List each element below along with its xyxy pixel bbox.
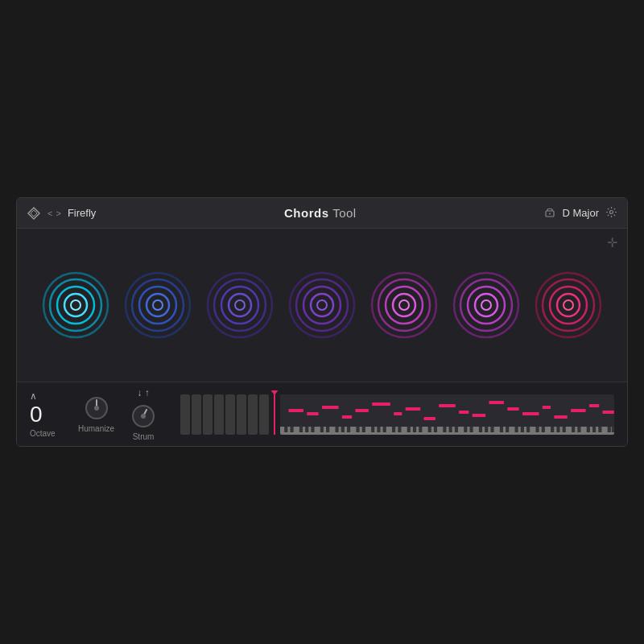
humanize-label: Humanize: [78, 424, 114, 433]
svg-point-1: [549, 213, 551, 215]
svg-point-15: [221, 287, 258, 324]
chord-5[interactable]: [369, 270, 440, 341]
svg-point-12: [153, 300, 163, 310]
svg-point-8: [126, 273, 190, 337]
svg-rect-104: [522, 412, 539, 415]
nav-arrows[interactable]: < >: [47, 208, 61, 218]
piano-roll-area[interactable]: [180, 390, 614, 439]
svg-point-31: [475, 294, 497, 316]
svg-point-30: [468, 287, 505, 324]
svg-point-33: [536, 273, 601, 337]
pr-block: [192, 394, 201, 435]
svg-point-16: [229, 294, 251, 316]
key-display: D Major: [562, 207, 599, 219]
svg-rect-107: [571, 409, 586, 412]
nav-prev[interactable]: <: [47, 208, 52, 218]
svg-point-6: [64, 294, 87, 316]
svg-point-32: [481, 300, 491, 310]
move-icon[interactable]: ✛: [607, 235, 617, 250]
nav-next[interactable]: >: [56, 208, 60, 218]
svg-point-2: [610, 210, 613, 213]
note-bars: [280, 394, 614, 435]
pr-block: [237, 394, 246, 435]
strum-section: ↓ ↑ Strum: [130, 387, 156, 441]
svg-point-36: [557, 294, 580, 316]
svg-rect-93: [342, 415, 352, 419]
settings-icon[interactable]: [605, 206, 617, 221]
header-right: D Major: [544, 206, 617, 221]
chord-4[interactable]: [287, 270, 357, 341]
svg-point-37: [564, 300, 573, 310]
svg-rect-94: [355, 409, 369, 412]
header-left: < > Firefly: [27, 206, 96, 221]
svg-point-28: [454, 273, 518, 337]
lock-icon[interactable]: [544, 206, 555, 220]
svg-rect-108: [589, 404, 599, 407]
plugin-title: Chords Tool: [284, 206, 357, 220]
pr-block: [259, 394, 269, 435]
svg-point-11: [147, 294, 169, 316]
chord-3[interactable]: [204, 270, 275, 341]
svg-point-39: [94, 406, 99, 411]
svg-point-18: [290, 273, 354, 337]
humanize-section: Humanize: [78, 395, 114, 433]
svg-rect-95: [372, 402, 390, 406]
svg-rect-91: [307, 412, 319, 415]
svg-point-10: [139, 287, 176, 324]
bottom-panel: ∧ 0 Octave Humanize ↓ ↑: [17, 382, 627, 446]
strum-arrows[interactable]: ↓ ↑: [137, 387, 149, 398]
svg-point-21: [311, 294, 333, 316]
chord-2[interactable]: [122, 270, 193, 341]
svg-rect-92: [322, 406, 339, 409]
octave-label: Octave: [30, 429, 56, 438]
octave-up-arrow[interactable]: ∧: [30, 390, 37, 402]
svg-point-41: [141, 414, 146, 419]
svg-rect-105: [543, 406, 551, 409]
chord-area: ✛: [17, 229, 627, 382]
svg-rect-98: [423, 417, 436, 420]
svg-point-35: [550, 287, 587, 324]
pr-block: [248, 394, 258, 435]
svg-point-13: [208, 273, 272, 337]
octave-value: 0: [30, 403, 43, 426]
octave-section: ∧ 0 Octave: [30, 390, 62, 438]
chord-1[interactable]: [40, 270, 111, 341]
svg-point-3: [43, 273, 108, 337]
svg-point-25: [386, 287, 423, 324]
chord-7[interactable]: [533, 270, 604, 341]
header: < > Firefly Chords Tool D Major: [17, 198, 627, 229]
strum-knob[interactable]: [130, 403, 156, 429]
svg-point-26: [393, 294, 415, 316]
chord-6[interactable]: [451, 270, 522, 341]
logo-icon: [27, 206, 41, 221]
header-center: Chords Tool: [96, 206, 544, 220]
svg-point-27: [399, 300, 409, 310]
svg-rect-99: [439, 404, 456, 407]
svg-rect-90: [288, 409, 303, 412]
preset-name: Firefly: [68, 207, 96, 219]
svg-point-17: [235, 300, 245, 310]
pr-block: [203, 394, 213, 435]
svg-rect-96: [394, 412, 402, 415]
svg-point-22: [317, 300, 327, 310]
pr-block: [180, 394, 190, 435]
svg-rect-101: [473, 414, 486, 417]
pr-block: [225, 394, 235, 435]
svg-point-7: [71, 300, 80, 310]
pr-block: [214, 394, 224, 435]
svg-rect-103: [507, 407, 519, 411]
playhead-triangle: [270, 390, 279, 395]
chords-grid: [40, 270, 604, 341]
svg-rect-100: [459, 411, 469, 414]
svg-rect-102: [489, 401, 504, 404]
humanize-knob[interactable]: [84, 395, 109, 421]
plugin-container: < > Firefly Chords Tool D Major: [16, 197, 628, 447]
playhead: [274, 394, 275, 435]
strum-label: Strum: [133, 432, 155, 441]
svg-rect-109: [602, 411, 614, 414]
svg-rect-97: [406, 407, 421, 411]
svg-rect-106: [554, 415, 568, 419]
piano-roll-main[interactable]: [280, 394, 614, 435]
svg-point-23: [372, 273, 436, 337]
svg-point-20: [303, 287, 341, 324]
